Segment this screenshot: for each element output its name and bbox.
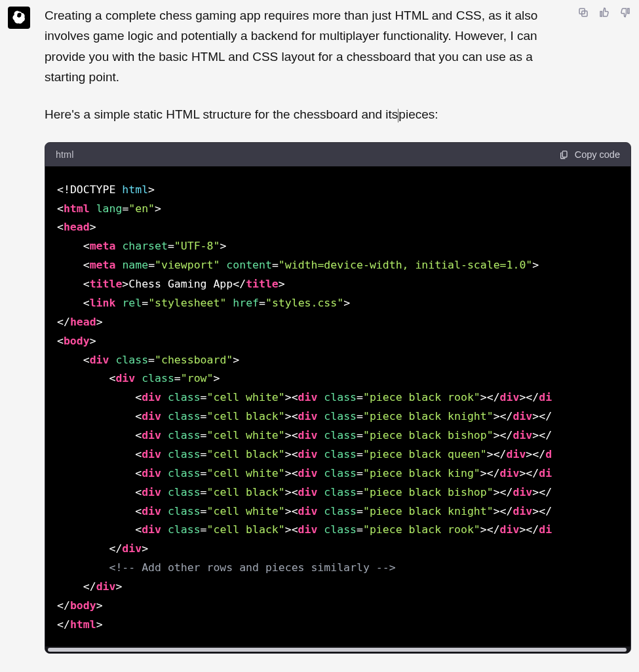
horizontal-scrollbar[interactable] — [45, 646, 630, 653]
thumbs-down-icon[interactable] — [618, 5, 632, 20]
assistant-paragraph-1: Creating a complete chess gaming app req… — [45, 5, 572, 87]
assistant-paragraph-2: Here's a simple static HTML structure fo… — [45, 104, 572, 124]
copy-icon[interactable] — [576, 5, 591, 20]
openai-logo-icon — [11, 10, 27, 26]
code-block-body[interactable]: <!DOCTYPE html> <html lang="en"> <head> … — [45, 166, 630, 653]
code-block-header: html Copy code — [45, 143, 630, 166]
code-language-label: html — [56, 149, 73, 160]
clipboard-icon — [559, 149, 570, 160]
svg-rect-2 — [562, 151, 567, 157]
thumbs-up-icon[interactable] — [597, 5, 611, 20]
text-fragment: Here's a simple static HTML structure fo… — [45, 107, 398, 121]
text-cursor — [398, 109, 398, 122]
message-actions — [576, 5, 632, 20]
code-content: <!DOCTYPE html> <html lang="en"> <head> … — [45, 166, 630, 646]
copy-code-label: Copy code — [575, 149, 620, 160]
code-block: html Copy code <!DOCTYPE html> <html lan… — [45, 142, 631, 654]
assistant-avatar — [8, 7, 30, 29]
text-fragment: pieces: — [398, 107, 438, 121]
copy-code-button[interactable]: Copy code — [559, 149, 620, 160]
